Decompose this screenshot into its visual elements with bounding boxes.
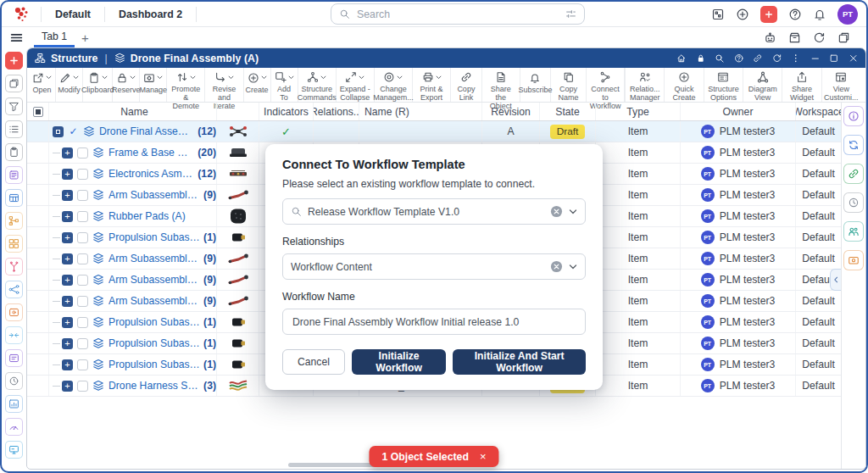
clear-selection-icon[interactable]: × (480, 450, 487, 463)
toolbar-revise-iterate-button[interactable]: Revise and Iterate (205, 68, 243, 102)
quick-add-icon[interactable] (736, 8, 749, 21)
object-name-link[interactable]: Frame & Base Subassembly (A) (108, 147, 194, 159)
toolbar-modify-button[interactable]: Modify (56, 68, 83, 102)
toolbar-subscribe-button[interactable]: Subscribe (520, 68, 551, 102)
toolbar-diagram-view-button[interactable]: Diagram View (743, 68, 782, 102)
row-checkbox[interactable] (77, 359, 88, 370)
assistant-robot-icon[interactable] (764, 31, 776, 44)
toolbar-create-button[interactable]: Create (244, 68, 271, 102)
object-name-link[interactable]: Propulsion Subassembly (A) (108, 337, 200, 349)
sidebar-item-forms[interactable] (5, 166, 23, 184)
column-header[interactable]: Type (596, 103, 681, 120)
nav-tab-default[interactable]: Default (50, 8, 96, 20)
expand-row-button[interactable]: + (62, 190, 73, 201)
sidebar-item-history[interactable] (5, 372, 23, 390)
row-checkbox[interactable] (77, 317, 88, 328)
search-icon[interactable] (715, 53, 725, 64)
table-row[interactable]: ✓Drone Final Assembly (A)(12)✓ADraftItem… (27, 121, 841, 142)
create-object-button[interactable] (760, 6, 777, 23)
minimize-icon[interactable] (810, 53, 821, 64)
help-icon[interactable] (788, 8, 802, 21)
advanced-search-icon[interactable] (565, 8, 576, 19)
collapse-row-button[interactable] (53, 126, 64, 137)
rail-sync-panel-button[interactable] (843, 135, 864, 155)
sidebar-item-merge[interactable] (5, 326, 23, 344)
maximize-icon[interactable] (829, 53, 839, 64)
row-checkbox[interactable] (77, 232, 88, 243)
part-thumbnail[interactable] (225, 209, 251, 224)
add-tab-button[interactable]: + (81, 31, 89, 44)
global-search[interactable] (331, 3, 585, 25)
workflow-name-input[interactable] (291, 315, 577, 329)
menu-icon[interactable] (9, 31, 24, 45)
selection-toast[interactable]: 1 Object Selected × (369, 446, 498, 467)
sidebar-item-gauge[interactable] (5, 418, 23, 436)
sidebar-item-filter[interactable] (5, 97, 23, 115)
object-name-link[interactable]: Drone Final Assembly (A) (99, 125, 194, 137)
expand-row-button[interactable]: + (62, 338, 73, 349)
expand-row-button[interactable]: + (62, 359, 73, 370)
chevron-down-icon[interactable] (569, 209, 577, 214)
clear-icon[interactable] (550, 260, 563, 273)
expand-row-button[interactable]: + (62, 211, 73, 222)
expand-row-button[interactable]: + (62, 317, 73, 328)
toolbar-structure-commands-button[interactable]: Structure Commands (298, 68, 337, 102)
row-checkbox[interactable] (77, 211, 88, 222)
tab-1[interactable]: Tab 1 (34, 27, 75, 47)
link-icon[interactable] (753, 53, 763, 64)
object-name-link[interactable]: Propulsion Subassembly (A) (108, 359, 200, 370)
rail-info-panel-button[interactable] (843, 106, 864, 126)
part-thumbnail[interactable] (225, 230, 251, 245)
toolbar-share-object-button[interactable]: Share the Object (482, 68, 520, 102)
nav-tab-dashboard-2[interactable]: Dashboard 2 (114, 8, 187, 20)
close-icon[interactable] (849, 53, 859, 64)
relationships-select[interactable]: Workflow Content (282, 253, 586, 280)
column-header[interactable]: Workspace (796, 103, 841, 120)
toolbar-change-management-button[interactable]: Change Managem... (375, 68, 413, 102)
part-thumbnail[interactable] (225, 187, 251, 203)
widget-title-bar[interactable]: Structure | Drone Final Assembly (A) (27, 48, 865, 68)
row-checkbox[interactable] (77, 338, 88, 349)
toolbar-copy-link-button[interactable]: Copy Link (451, 68, 481, 102)
object-name-link[interactable]: Propulsion Subassembly (A) (108, 316, 200, 328)
rail-watch-panel-button[interactable] (843, 250, 864, 270)
part-thumbnail[interactable] (225, 166, 251, 181)
toolbar-open-button[interactable]: Open (29, 68, 56, 102)
expand-row-button[interactable]: + (62, 147, 73, 159)
expand-row-button[interactable]: + (62, 381, 73, 392)
toolbar-manage-button[interactable]: Manage (140, 68, 167, 102)
part-thumbnail[interactable] (225, 251, 251, 266)
reload-icon[interactable] (772, 53, 782, 64)
sidebar-item-cards[interactable] (5, 349, 23, 367)
column-header[interactable]: State (540, 103, 596, 120)
sidebar-item-widget-grid[interactable] (5, 235, 23, 253)
toolbar-copy-name-button[interactable]: Copy Name (551, 68, 587, 102)
app-grid-icon[interactable] (711, 8, 725, 21)
sidebar-item-structure-tree[interactable] (5, 212, 23, 230)
initialize-and-start-workflow-button[interactable]: Initialize And Start Workflow (453, 349, 586, 375)
sidebar-item-branch-view[interactable] (5, 258, 23, 275)
brand-logo-icon[interactable] (10, 4, 32, 25)
select-all-checkbox[interactable] (33, 107, 43, 117)
rail-links-panel-button[interactable] (843, 164, 864, 184)
initialize-workflow-button[interactable]: Initialize Workflow (352, 349, 446, 375)
package-icon[interactable] (788, 31, 801, 44)
row-checkbox[interactable] (77, 275, 88, 286)
row-checkbox[interactable] (77, 190, 88, 201)
sidebar-item-watch[interactable] (5, 303, 23, 321)
expand-row-button[interactable]: + (62, 253, 73, 264)
toolbar-structure-options-button[interactable]: Structure Options (704, 68, 743, 102)
part-thumbnail[interactable] (225, 336, 251, 351)
toolbar-clipboard-button[interactable]: Clipboard (83, 68, 113, 102)
chevron-down-icon[interactable] (569, 264, 577, 270)
row-checkbox[interactable] (77, 253, 88, 264)
lock-icon[interactable] (696, 53, 706, 64)
sidebar-item-table-view[interactable] (5, 189, 23, 207)
expand-row-button[interactable]: + (62, 232, 73, 243)
part-thumbnail[interactable] (225, 378, 251, 393)
toolbar-share-widget-button[interactable]: Share Widget (782, 68, 821, 102)
refresh-icon[interactable] (813, 31, 826, 44)
notifications-icon[interactable] (813, 8, 826, 21)
collapse-panel-handle[interactable] (830, 269, 841, 291)
row-checkbox[interactable] (77, 169, 88, 180)
